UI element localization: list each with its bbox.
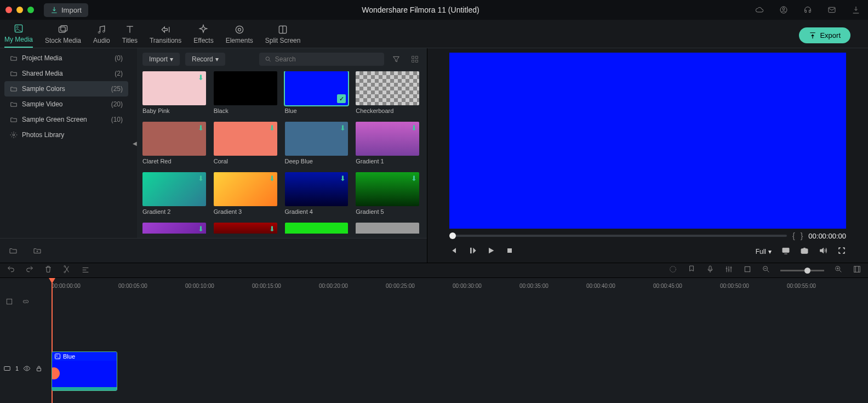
- main-tabs: My Media Stock Media Audio Titles Transi…: [0, 20, 868, 48]
- volume-icon[interactable]: [819, 246, 827, 257]
- render-icon[interactable]: [669, 265, 677, 276]
- tab-my-media[interactable]: My Media: [4, 23, 33, 48]
- tab-titles[interactable]: Titles: [122, 24, 138, 48]
- svg-rect-2: [829, 7, 835, 12]
- preview-scrubber[interactable]: { } 00:00:00:00: [449, 231, 846, 241]
- chevron-down-icon: ▾: [170, 55, 173, 63]
- cloud-icon[interactable]: [753, 3, 766, 16]
- redo-icon[interactable]: [25, 265, 34, 276]
- tab-elements[interactable]: Elements: [226, 24, 253, 48]
- svg-point-13: [266, 57, 269, 60]
- ruler-mark: 00:00:05:00: [118, 283, 185, 289]
- swatch-partial[interactable]: [356, 223, 419, 234]
- stop-button[interactable]: [505, 246, 514, 257]
- grid-view-icon[interactable]: [408, 53, 421, 66]
- account-icon[interactable]: [777, 3, 790, 16]
- tab-audio[interactable]: Audio: [93, 24, 110, 48]
- voiceover-icon[interactable]: [706, 265, 715, 276]
- swatch-gradient-1[interactable]: ⬇Gradient 1: [356, 122, 419, 164]
- timeline-option-icon[interactable]: [5, 298, 13, 308]
- zoom-out-icon[interactable]: [762, 265, 770, 276]
- tab-transitions[interactable]: Transitions: [150, 24, 181, 48]
- download-icon: ⬇: [198, 225, 204, 233]
- swatch-gradient-5[interactable]: ⬇Gradient 5: [356, 172, 419, 215]
- split-icon[interactable]: [62, 265, 71, 276]
- sidebar-item-photos-library[interactable]: Photos Library: [4, 127, 128, 143]
- folder-plus-icon[interactable]: [31, 244, 44, 257]
- timeline-link-icon[interactable]: [22, 298, 30, 308]
- swatch-gradient-3[interactable]: ⬇Gradient 3: [214, 172, 277, 215]
- sidebar-item-project-media[interactable]: Project Media(0): [4, 50, 128, 66]
- svg-point-35: [56, 355, 58, 356]
- tab-stock-media[interactable]: Stock Media: [45, 24, 81, 48]
- swatch-deep-blue[interactable]: ⬇Deep Blue: [285, 122, 349, 164]
- preview-controls: Full ▾: [427, 241, 868, 263]
- mark-in-icon[interactable]: {: [792, 231, 795, 240]
- downloads-icon[interactable]: [849, 3, 863, 16]
- display-settings-icon[interactable]: [781, 246, 790, 257]
- ruler-mark: 00:00:00:00: [52, 283, 118, 289]
- swatch-black[interactable]: Black: [214, 71, 277, 114]
- marker-icon[interactable]: [687, 265, 696, 276]
- minimize-window-button[interactable]: [16, 7, 23, 13]
- zoom-in-icon[interactable]: [834, 265, 843, 276]
- swatch-claret-red[interactable]: ⬇Claret Red: [142, 122, 206, 164]
- visibility-icon[interactable]: [23, 365, 31, 372]
- close-window-button[interactable]: [5, 7, 12, 13]
- delete-icon[interactable]: [44, 265, 53, 276]
- search-input[interactable]: [275, 55, 379, 63]
- tab-split-screen[interactable]: Split Screen: [265, 24, 301, 48]
- timeline-tracks[interactable]: 1 Blue: [0, 293, 868, 403]
- preview-canvas[interactable]: [449, 53, 846, 229]
- maximize-window-button[interactable]: [27, 7, 34, 13]
- ruler-mark: 00:00:10:00: [185, 283, 252, 289]
- sidebar-item-sample-video[interactable]: Sample Video(20): [4, 97, 128, 112]
- collapse-sidebar-caret[interactable]: ◀: [133, 140, 137, 146]
- export-button[interactable]: Export: [799, 27, 850, 43]
- play-button[interactable]: [487, 246, 495, 257]
- filter-icon[interactable]: [390, 53, 403, 66]
- swatch-gradient-4[interactable]: ⬇Gradient 4: [285, 172, 349, 215]
- swatch-coral[interactable]: ⬇Coral: [214, 122, 277, 164]
- svg-point-1: [783, 8, 785, 10]
- tab-effects[interactable]: Effects: [193, 24, 213, 48]
- zoom-handle[interactable]: [804, 268, 810, 274]
- undo-icon[interactable]: [7, 265, 15, 276]
- snapshot-icon[interactable]: [800, 246, 809, 257]
- crop-icon[interactable]: [743, 265, 752, 276]
- sidebar-item-sample-colors[interactable]: Sample Colors(25): [4, 81, 128, 97]
- swatch-baby-pink[interactable]: ⬇Baby Pink: [142, 71, 206, 114]
- swatch-partial[interactable]: ⬇: [214, 223, 277, 234]
- mark-out-icon[interactable]: }: [801, 231, 803, 240]
- svg-point-21: [803, 250, 806, 252]
- import-dropdown[interactable]: Import ▾: [142, 53, 180, 66]
- messages-icon[interactable]: [825, 3, 838, 16]
- new-folder-icon[interactable]: [7, 244, 20, 257]
- export-label: Export: [820, 31, 841, 39]
- swatch-checkerboard[interactable]: Checkerboard: [356, 71, 419, 114]
- download-icon: ⬇: [269, 124, 275, 132]
- swatch-partial[interactable]: ⬇: [142, 223, 206, 234]
- zoom-slider[interactable]: [780, 270, 824, 271]
- record-dropdown[interactable]: Record ▾: [185, 53, 225, 66]
- swatch-blue[interactable]: ✓Blue: [285, 71, 349, 114]
- support-icon[interactable]: [801, 3, 814, 16]
- sidebar-item-shared-media[interactable]: Shared Media(2): [4, 66, 128, 81]
- import-button[interactable]: Import: [44, 3, 88, 17]
- scrub-handle[interactable]: [449, 232, 456, 239]
- timeline-ruler[interactable]: 00:00:00:0000:00:05:0000:00:10:0000:00:1…: [0, 278, 868, 293]
- play-pause-button[interactable]: [468, 246, 477, 257]
- sidebar-item-sample-green-screen[interactable]: Sample Green Screen(10): [4, 112, 128, 127]
- prev-frame-button[interactable]: [449, 246, 458, 257]
- swatch-partial[interactable]: [285, 223, 349, 234]
- timeline-clip[interactable]: Blue: [52, 351, 117, 391]
- audio-mixer-icon[interactable]: [724, 265, 733, 276]
- lock-icon[interactable]: [35, 365, 43, 372]
- fullscreen-icon[interactable]: [837, 246, 846, 257]
- timeline[interactable]: 00:00:00:0000:00:05:0000:00:10:0000:00:1…: [0, 278, 868, 403]
- preview-quality-dropdown[interactable]: Full ▾: [756, 248, 772, 256]
- edit-icon[interactable]: [81, 265, 90, 276]
- swatch-gradient-2[interactable]: ⬇Gradient 2: [142, 172, 206, 215]
- search-box[interactable]: [259, 53, 384, 66]
- zoom-fit-icon[interactable]: [853, 265, 861, 276]
